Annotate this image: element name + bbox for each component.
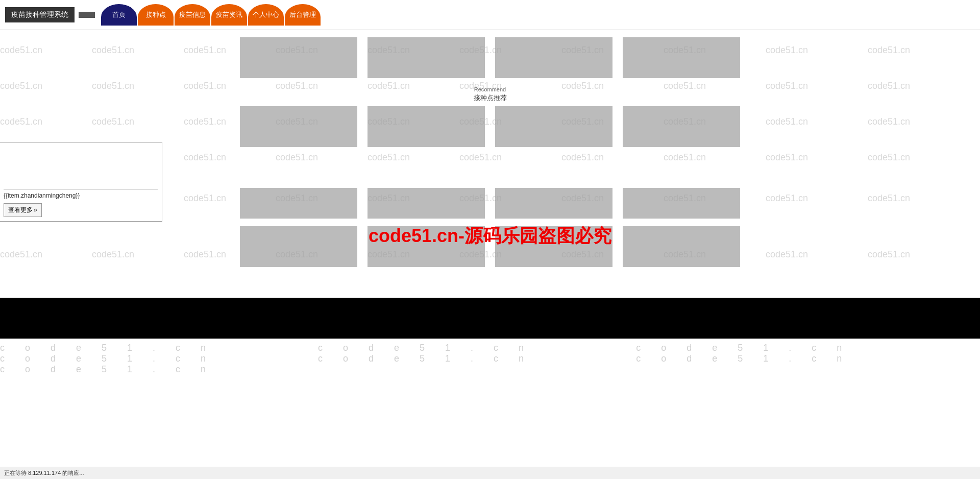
- popup-content: [4, 147, 158, 187]
- watermark-item: code51.cn: [276, 152, 318, 163]
- grid-row-1: [0, 37, 980, 78]
- image-box-1-3: [495, 37, 612, 78]
- image-box-1-4: [623, 37, 740, 78]
- watermark-item: code51.cn: [868, 152, 910, 163]
- grid-row-2: {{item.zhandianmingcheng}} 查看更多 »: [0, 106, 980, 147]
- image-box-3-4: [623, 188, 740, 219]
- footer-watermark-row: code51.cn code51.cn code51.cn code51.cn …: [0, 339, 980, 379]
- watermark-item: code51.cn: [561, 152, 604, 163]
- nav-bar: 首页 接种点 疫苗信息 疫苗资讯 个人中心 后台管理: [101, 4, 321, 26]
- grid-row-4: [0, 226, 980, 267]
- section-label-recommend: Recommend 接种点推荐: [0, 86, 980, 103]
- image-box-4-2: [368, 226, 485, 267]
- image-box-3-1: [240, 188, 357, 219]
- popup-card: {{item.zhandianmingcheng}} 查看更多 »: [0, 142, 162, 222]
- watermark-item: code51.cn: [184, 152, 226, 163]
- image-box-2-4: [623, 106, 740, 147]
- watermark-item: code51.cn: [766, 152, 808, 163]
- image-box-2-2: [368, 106, 485, 147]
- nav-item-personal-center[interactable]: 个人中心: [248, 4, 284, 26]
- image-box-3-2: [368, 188, 485, 219]
- status-bar-text: 正在等待 8.129.11.174 的响应...: [4, 469, 84, 477]
- image-box-1-2: [368, 37, 485, 78]
- image-box-2-1: [240, 106, 357, 147]
- login-button[interactable]: [79, 12, 95, 18]
- site-title: 疫苗接种管理系统: [5, 7, 75, 22]
- image-box-3-3: [495, 188, 612, 219]
- watermark-item: code51.cn: [664, 152, 706, 163]
- nav-item-vaccine-news[interactable]: 疫苗资讯: [211, 4, 247, 26]
- main-content: code51.cncode51.cncode51.cncode51.cncode…: [0, 30, 980, 282]
- nav-item-admin[interactable]: 后台管理: [285, 4, 321, 26]
- nav-item-home[interactable]: 首页: [101, 4, 137, 26]
- header: 疫苗接种管理系统 首页 接种点 疫苗信息 疫苗资讯 个人中心 后台管理: [0, 0, 980, 30]
- image-box-4-1: [240, 226, 357, 267]
- arrow-right-icon: »: [34, 206, 37, 213]
- watermark-item: code51.cn: [368, 152, 410, 163]
- image-box-2-3: [495, 106, 612, 147]
- image-box-4-4: [623, 226, 740, 267]
- status-bar: 正在等待 8.129.11.174 的响应...: [0, 467, 980, 479]
- nav-item-vaccine-info[interactable]: 疫苗信息: [175, 4, 210, 26]
- popup-template-text: {{item.zhandianmingcheng}}: [4, 189, 158, 201]
- footer-black-band: [0, 298, 980, 339]
- image-box-1-1: [240, 37, 357, 78]
- view-more-button[interactable]: 查看更多 »: [4, 203, 42, 217]
- watermark-item: code51.cn: [459, 152, 502, 163]
- footer-watermarks: code51.cn code51.cn code51.cn code51.cn …: [0, 343, 980, 375]
- image-box-4-3: [495, 226, 612, 267]
- nav-item-vaccination-points[interactable]: 接种点: [138, 4, 174, 26]
